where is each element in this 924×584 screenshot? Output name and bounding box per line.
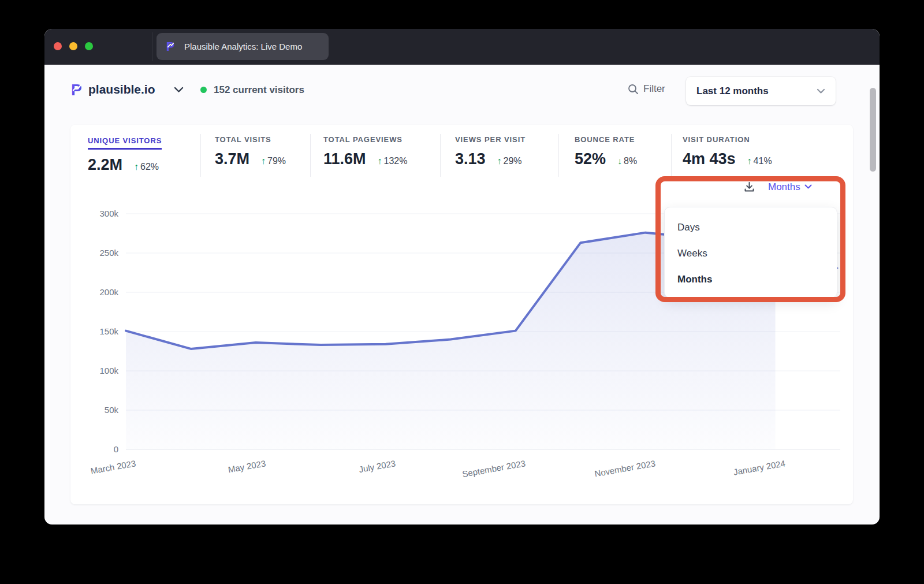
stat-label: UNIQUE VISITORS: [88, 136, 162, 150]
live-visitors-dot-icon: [200, 87, 207, 93]
site-switcher-chevron-icon[interactable]: [174, 87, 184, 93]
arrow-up-icon: ↑: [747, 156, 752, 166]
browser-tab[interactable]: P Plausible Analytics: Live Demo: [157, 33, 329, 60]
svg-text:P: P: [71, 82, 82, 98]
stat-change: ↑132%: [378, 156, 408, 166]
date-range-picker[interactable]: Last 12 months: [686, 77, 836, 105]
arrow-up-icon: ↑: [378, 156, 382, 166]
chart-toolbar: Months: [743, 181, 812, 193]
plausible-logo-icon: P: [70, 82, 85, 98]
svg-text:P: P: [166, 40, 174, 53]
stat-value: 3.13: [455, 150, 486, 168]
stat-change: ↑62%: [134, 162, 159, 172]
stat-value: 4m 43s: [683, 150, 736, 168]
plausible-favicon-icon: P: [166, 40, 177, 53]
stat-value: 52%: [575, 150, 606, 168]
chevron-down-icon: [804, 184, 812, 189]
date-range-label: Last 12 months: [696, 85, 817, 97]
stat-total-visits[interactable]: TOTAL VISITS 3.7M ↑79%: [215, 135, 286, 168]
stat-change: ↑29%: [497, 156, 522, 166]
interval-selected-label: Months: [768, 181, 800, 193]
analytics-card: [70, 125, 853, 504]
menu-item-weeks[interactable]: Weeks: [665, 240, 837, 266]
stat-bounce-rate[interactable]: BOUNCE RATE 52% ↓8%: [575, 135, 637, 168]
stat-views-per-visit[interactable]: VIEWS PER VISIT 3.13 ↑29%: [455, 135, 526, 168]
stat-value: 3.7M: [215, 150, 249, 168]
menu-item-days[interactable]: Days: [665, 214, 837, 240]
filter-button[interactable]: Filter: [628, 83, 665, 95]
arrow-up-icon: ↑: [134, 162, 139, 172]
download-button[interactable]: [743, 181, 755, 193]
chevron-down-icon: [817, 88, 825, 94]
interval-dropdown-menu: Days Weeks Months: [664, 207, 837, 298]
stat-total-pageviews[interactable]: TOTAL PAGEVIEWS 11.6M ↑132%: [323, 135, 407, 168]
interval-selector[interactable]: Months: [768, 181, 812, 193]
stat-divider: [310, 134, 311, 177]
stat-divider: [200, 134, 201, 177]
stat-visit-duration[interactable]: VISIT DURATION 4m 43s ↑41%: [683, 135, 772, 168]
stat-divider: [671, 134, 672, 177]
stat-change: ↑41%: [747, 156, 772, 166]
filter-label: Filter: [643, 83, 665, 95]
screenshot-stage: P Plausible Analytics: Live Demo P plaus…: [0, 0, 924, 584]
arrow-up-icon: ↑: [261, 156, 266, 166]
stat-label: VIEWS PER VISIT: [455, 135, 526, 144]
stat-value: 11.6M: [323, 150, 366, 168]
search-icon: [628, 84, 639, 95]
browser-titlebar: P Plausible Analytics: Live Demo: [44, 29, 880, 65]
stat-change: ↑79%: [261, 156, 286, 166]
close-window-button[interactable]: [54, 42, 62, 50]
maximize-window-button[interactable]: [85, 42, 93, 50]
tab-divider: [152, 32, 152, 61]
stat-label: VISIT DURATION: [683, 135, 772, 144]
arrow-down-icon: ↓: [617, 156, 622, 166]
minimize-window-button[interactable]: [69, 42, 77, 50]
stat-value: 2.2M: [88, 156, 122, 174]
stat-divider: [440, 134, 441, 177]
stat-change: ↓8%: [617, 156, 637, 166]
stat-label: TOTAL VISITS: [215, 135, 286, 144]
stat-divider: [558, 134, 559, 177]
stat-label: TOTAL PAGEVIEWS: [323, 135, 407, 144]
site-name[interactable]: plausible.io: [88, 83, 155, 96]
browser-window: P Plausible Analytics: Live Demo P plaus…: [44, 29, 880, 525]
stat-unique-visitors[interactable]: UNIQUE VISITORS 2.2M ↑62%: [88, 135, 162, 174]
tab-title: Plausible Analytics: Live Demo: [184, 42, 302, 51]
scrollbar-thumb[interactable]: [870, 88, 876, 172]
stat-label: BOUNCE RATE: [575, 135, 637, 144]
current-visitors-link[interactable]: 152 current visitors: [214, 84, 304, 96]
arrow-up-icon: ↑: [497, 156, 502, 166]
menu-item-months[interactable]: Months: [665, 266, 837, 292]
